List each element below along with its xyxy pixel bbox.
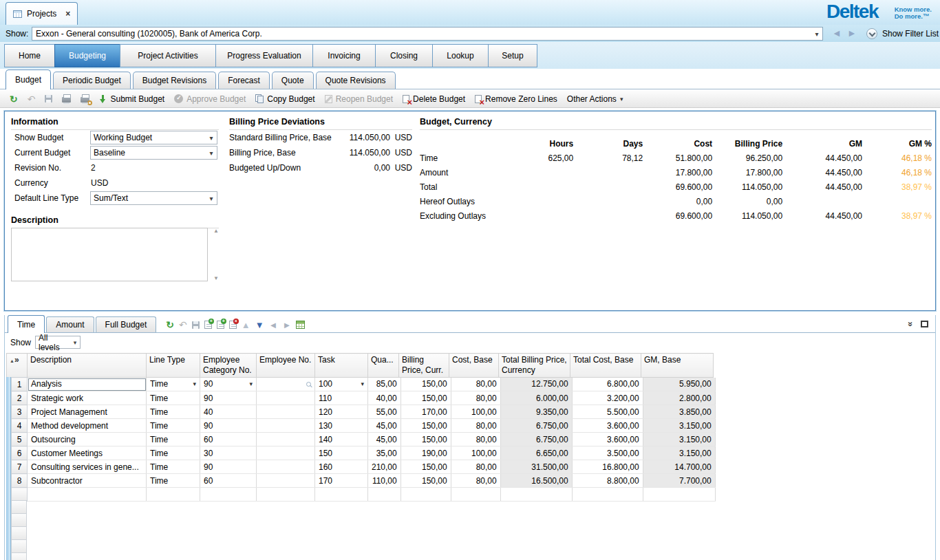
- subtab-budget[interactable]: Budget: [6, 69, 51, 89]
- cell-quantity[interactable]: 40,00: [368, 391, 401, 405]
- row-number[interactable]: 8: [12, 474, 28, 488]
- cell-employee-category[interactable]: 60: [200, 474, 257, 488]
- maximize-pane-icon[interactable]: [921, 321, 928, 327]
- cell-billing-price[interactable]: 150,00: [400, 433, 451, 446]
- subtab-quote-revisions[interactable]: Quote Revisions: [316, 72, 396, 89]
- cell-quantity[interactable]: 110,00: [368, 474, 401, 488]
- tab-home[interactable]: Home: [4, 44, 55, 67]
- other-actions-button[interactable]: Other Actions ▾: [563, 93, 628, 105]
- cell-line-type[interactable]: Time: [147, 433, 200, 446]
- cell-description[interactable]: Outsourcing: [28, 433, 147, 446]
- show-filter-list-button[interactable]: Show Filter List: [882, 29, 939, 39]
- col-header-employee-category[interactable]: Employee Category No.: [200, 354, 257, 378]
- cell-task[interactable]: 150: [315, 446, 368, 460]
- cell-cost-base[interactable]: 100,00: [451, 405, 500, 419]
- nav-back-button[interactable]: ◄: [832, 28, 842, 39]
- cell-employee-category[interactable]: 90▾: [200, 378, 257, 391]
- refresh-button[interactable]: ↻: [6, 93, 22, 105]
- cell-description[interactable]: Analysis: [28, 378, 147, 391]
- move-down-button[interactable]: ▼: [255, 321, 264, 330]
- remove-zero-lines-button[interactable]: × Remove Zero Lines: [471, 93, 562, 105]
- cell-employee-no[interactable]: [257, 391, 315, 405]
- cell-description[interactable]: Project Management: [28, 405, 147, 419]
- undo-icon[interactable]: ↶: [179, 320, 187, 330]
- cell-quantity[interactable]: 210,00: [368, 460, 401, 474]
- cell-employee-no[interactable]: [257, 378, 315, 391]
- collapse-pane-icon[interactable]: »: [905, 321, 915, 325]
- col-header-cost-base[interactable]: Cost, Base: [449, 354, 499, 378]
- cell-task[interactable]: 110: [315, 391, 368, 405]
- tab-closing[interactable]: Closing: [375, 44, 433, 67]
- tab-full-budget[interactable]: Full Budget: [96, 316, 157, 332]
- outdent-button[interactable]: ◄: [269, 321, 278, 330]
- cell-billing-price[interactable]: 150,00: [400, 378, 451, 391]
- tab-budgeting[interactable]: Budgeting: [54, 44, 120, 67]
- cell-task[interactable]: 160: [315, 460, 368, 474]
- row-selector[interactable]: [11, 513, 27, 527]
- cell-task[interactable]: 170: [315, 474, 368, 488]
- cell-employee-category[interactable]: 40: [200, 405, 257, 419]
- cell-cost-base[interactable]: 80,00: [451, 474, 500, 488]
- tab-amount[interactable]: Amount: [46, 316, 94, 332]
- save-button[interactable]: [41, 94, 56, 104]
- cell-description[interactable]: Strategic work: [28, 391, 147, 405]
- grid-view-button[interactable]: [296, 321, 305, 329]
- col-header-gm-base[interactable]: GM, Base: [641, 354, 714, 378]
- row-number[interactable]: 4: [12, 419, 28, 433]
- cell-line-type[interactable]: Time: [147, 446, 200, 460]
- cell-task[interactable]: 130: [315, 419, 368, 433]
- cell-quantity[interactable]: 45,00: [368, 433, 401, 446]
- grid-corner-cell[interactable]: ▲»: [7, 354, 28, 378]
- cell-employee-no[interactable]: [257, 446, 315, 460]
- cell-quantity[interactable]: 45,00: [368, 419, 401, 433]
- current-budget-select[interactable]: Baseline ▾: [90, 146, 217, 160]
- scroll-up-icon[interactable]: ▲: [213, 228, 219, 234]
- col-header-quantity[interactable]: Qua...: [368, 354, 399, 378]
- row-number[interactable]: 2: [12, 391, 28, 405]
- cell-quantity[interactable]: 55,00: [368, 405, 401, 419]
- cell-line-type[interactable]: Time: [147, 391, 200, 405]
- cell-cost-base[interactable]: 80,00: [451, 391, 500, 405]
- col-header-task[interactable]: Task: [315, 354, 368, 378]
- delete-line-button[interactable]: ×: [229, 321, 237, 329]
- cell-cost-base[interactable]: 80,00: [451, 419, 500, 433]
- cell-line-type[interactable]: Time: [147, 474, 200, 488]
- add-sub-line-button[interactable]: +: [217, 321, 224, 329]
- cell-billing-price[interactable]: 190,00: [400, 446, 451, 460]
- cell-description[interactable]: Method development: [28, 419, 147, 433]
- projects-workspace-tab[interactable]: Projects ×: [6, 2, 78, 25]
- add-line-button[interactable]: +: [204, 321, 212, 329]
- col-header-employee-no[interactable]: Employee No.: [257, 354, 315, 378]
- col-header-line-type[interactable]: Line Type: [147, 354, 200, 378]
- print-preview-button[interactable]: [76, 94, 94, 104]
- row-number[interactable]: 5: [12, 433, 28, 446]
- refresh-icon[interactable]: ↻: [166, 320, 174, 330]
- reopen-budget-button[interactable]: Reopen Budget: [321, 93, 397, 105]
- delete-budget-button[interactable]: × Delete Budget: [398, 93, 469, 105]
- cell-billing-price[interactable]: 150,00: [400, 474, 451, 488]
- cell-quantity[interactable]: 35,00: [368, 446, 401, 460]
- show-budget-select[interactable]: Working Budget ▾: [90, 131, 217, 144]
- cell-employee-category[interactable]: 90: [200, 419, 257, 433]
- cell-employee-category[interactable]: 90: [200, 391, 257, 405]
- cell-billing-price[interactable]: 150,00: [400, 391, 451, 405]
- undo-button[interactable]: ↶: [23, 93, 40, 105]
- row-selector[interactable]: [11, 552, 27, 560]
- combobox-caret-icon[interactable]: ▾: [811, 30, 822, 38]
- row-number[interactable]: 1: [12, 378, 28, 391]
- col-header-description[interactable]: Description: [28, 354, 147, 378]
- tab-invoicing[interactable]: Invoicing: [312, 44, 376, 67]
- nav-forward-button[interactable]: ►: [847, 28, 857, 39]
- scroll-down-icon[interactable]: ▼: [213, 275, 219, 281]
- filter-list-chevron-icon[interactable]: [866, 28, 877, 39]
- cell-employee-no[interactable]: [257, 460, 315, 474]
- cell-line-type[interactable]: Time: [147, 405, 200, 419]
- indent-button[interactable]: ►: [282, 321, 291, 330]
- cell-cost-base[interactable]: 80,00: [451, 460, 500, 474]
- cell-description[interactable]: Customer Meetings: [28, 446, 147, 460]
- cell-description[interactable]: Subcontractor: [28, 474, 147, 488]
- move-up-button[interactable]: ▲: [242, 321, 250, 330]
- subtab-periodic-budget[interactable]: Periodic Budget: [53, 72, 131, 89]
- tab-lookup[interactable]: Lookup: [432, 44, 489, 67]
- tab-time[interactable]: Time: [8, 315, 45, 333]
